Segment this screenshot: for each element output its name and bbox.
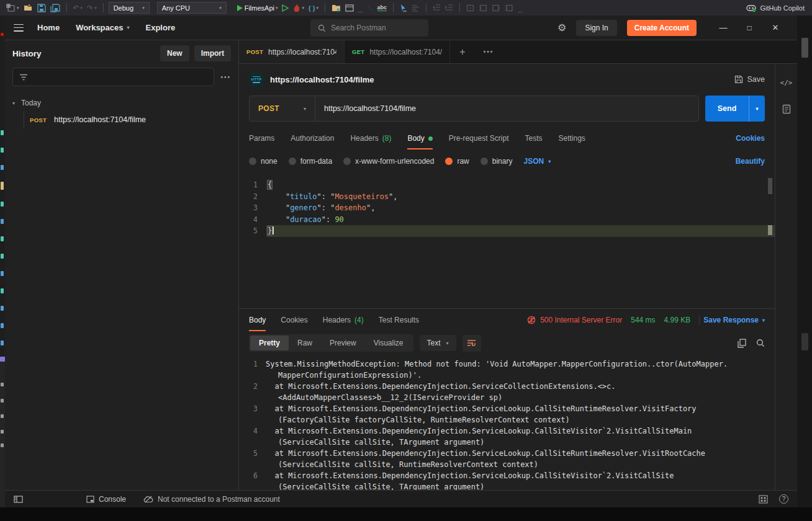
body-mode-form-data[interactable]: form-data [289,157,332,166]
editor-line[interactable]: 3 "genero": "desenho", [239,202,775,214]
vs-scrollbar-thumb[interactable] [801,38,808,58]
response-view-row: PrettyRawPreviewVisualize Text ▾ [239,331,775,355]
save-response-button[interactable]: Save Response ▾ [699,316,765,324]
tab-options-icon[interactable]: ••• [475,40,502,63]
request-tab-pre-request-script[interactable]: Pre-request Script [449,127,509,149]
maximize-button[interactable]: □ [736,24,762,32]
nav-workspaces[interactable]: Workspaces▾ [76,23,129,32]
editor-scrollbar-thumb[interactable] [768,178,772,194]
vs-undo-icon[interactable]: ↶▾ [72,3,84,13]
response-status[interactable]: 500 Internal Server Error [527,316,622,324]
vs-copilot-status[interactable]: GitHub Copilot [746,4,807,12]
vs-window-layout-icon[interactable] [344,4,355,12]
request-tab-params[interactable]: Params [249,127,274,149]
response-tab-headers[interactable]: Headers(4) [323,309,364,331]
tab-post-request[interactable]: POST https://localhost:7104/fil [239,40,345,63]
nav-explore[interactable]: Explore [146,23,176,32]
cookies-link[interactable]: Cookies [736,127,765,149]
vs-spellcheck-icon[interactable]: abc [376,4,389,12]
documentation-icon[interactable] [782,104,791,114]
send-button[interactable]: Send ▾ [705,96,765,122]
vs-scrollbar-strip[interactable] [797,16,812,507]
request-tab-tests[interactable]: Tests [525,127,542,149]
vs-run-button[interactable]: FilmesApi▾ [235,4,279,12]
editor-line[interactable]: 2 "titulo": "Mosqueteiros", [239,191,775,203]
body-mode-none[interactable]: none [249,157,277,166]
vs-debug-dropdown[interactable]: Debug▾ [109,2,150,14]
vs-dotted-grid-icon [366,4,374,12]
response-body[interactable]: 1System.MissingMethodException: Method n… [239,355,775,490]
create-account-button[interactable]: Create Account [627,20,697,36]
editor-line[interactable]: 1{ [239,179,775,191]
code-snippet-icon[interactable]: </> [780,79,793,87]
vs-bookmark-clear-icon [503,4,515,12]
response-time[interactable]: 544 ms [631,316,655,324]
wrap-text-icon[interactable] [462,335,481,352]
response-size[interactable]: 4.99 KB [664,316,691,324]
vs-platform-dropdown[interactable]: Any CPU▾ [157,2,227,14]
vs-redo-icon[interactable]: ↷▾ [86,3,98,13]
connection-status[interactable]: Not connected to a Postman account [143,495,280,504]
history-group-label: Today [21,99,41,107]
vs-save-all-icon[interactable] [49,3,61,13]
request-tab-settings[interactable]: Settings [559,127,585,149]
response-format-dropdown[interactable]: Text ▾ [420,335,456,351]
tab-label: Pre-request Script [449,134,509,143]
vs-run-without-debug-icon[interactable] [281,4,290,12]
history-filter-input[interactable] [12,68,214,86]
vs-restart-icon[interactable]: ( )▾ [307,4,320,12]
body-language-dropdown[interactable]: JSON ▾ [523,157,551,166]
url-input[interactable] [315,96,698,121]
vs-status-strip-fragment [0,357,5,362]
new-button[interactable]: New [160,45,189,61]
history-item[interactable]: POST https://localhost:7104/filme [5,111,238,128]
history-group-today[interactable]: ▾ Today [5,91,238,111]
gear-icon[interactable]: ⚙ [557,23,566,33]
tab-label: https://localhost:7104/film [369,48,442,56]
response-line-number: 6 [239,470,258,490]
request-tab-authorization[interactable]: Authorization [291,127,334,149]
search-response-icon[interactable] [756,339,765,347]
view-tab-raw[interactable]: Raw [289,336,321,350]
minimize-button[interactable]: — [710,23,736,32]
response-tab-test-results[interactable]: Test Results [379,309,419,331]
vs-save-file-icon[interactable] [330,3,342,12]
method-dropdown[interactable]: POST ▾ [250,96,315,121]
beautify-link[interactable]: Beautify [736,157,765,166]
view-tab-visualize[interactable]: Visualize [365,336,412,350]
vs-open-folder-icon[interactable] [22,3,34,12]
body-mode-binary[interactable]: binary [480,157,513,166]
copy-response-icon[interactable] [738,339,746,348]
nav-home[interactable]: Home [37,23,60,32]
two-pane-view-icon[interactable] [759,495,768,504]
send-options-icon[interactable]: ▾ [749,96,765,122]
view-tab-pretty[interactable]: Pretty [250,336,289,350]
close-button[interactable]: ✕ [762,23,788,32]
main-menu-icon[interactable] [14,24,24,32]
search-input[interactable] [331,24,412,32]
body-mode-raw[interactable]: raw [445,157,469,166]
request-tab-body[interactable]: Body [407,127,432,149]
console-button[interactable]: Console [86,495,126,504]
vs-pointer-icon[interactable] [399,3,408,12]
response-tab-cookies[interactable]: Cookies [281,309,307,331]
import-button[interactable]: Import [194,45,231,61]
request-tab-headers[interactable]: Headers(8) [350,127,391,149]
response-tab-body[interactable]: Body [249,309,266,331]
search-box[interactable] [310,19,428,37]
editor-line[interactable]: 4 "duracao": 90 [239,214,775,226]
body-mode-x-www-form-urlencoded[interactable]: x-www-form-urlencoded [343,157,434,166]
new-tab-button[interactable]: + [450,40,475,63]
vs-save-icon[interactable] [36,3,47,13]
body-editor[interactable]: 1{2 "titulo": "Mosqueteiros",3 "genero":… [239,173,775,308]
vs-hot-reload-icon[interactable]: ▾ [292,3,305,12]
editor-line[interactable]: 5} [239,225,775,237]
history-more-icon[interactable]: ••• [220,74,231,81]
view-tab-preview[interactable]: Preview [321,336,365,350]
vs-new-project-icon[interactable]: ▾ [5,3,20,13]
tab-get-request[interactable]: GET https://localhost:7104/film [345,40,450,63]
sidebar-toggle-icon[interactable] [14,496,23,503]
help-icon[interactable]: ? [779,494,788,504]
sign-in-button[interactable]: Sign In [576,20,616,36]
save-button[interactable]: Save [734,75,765,84]
